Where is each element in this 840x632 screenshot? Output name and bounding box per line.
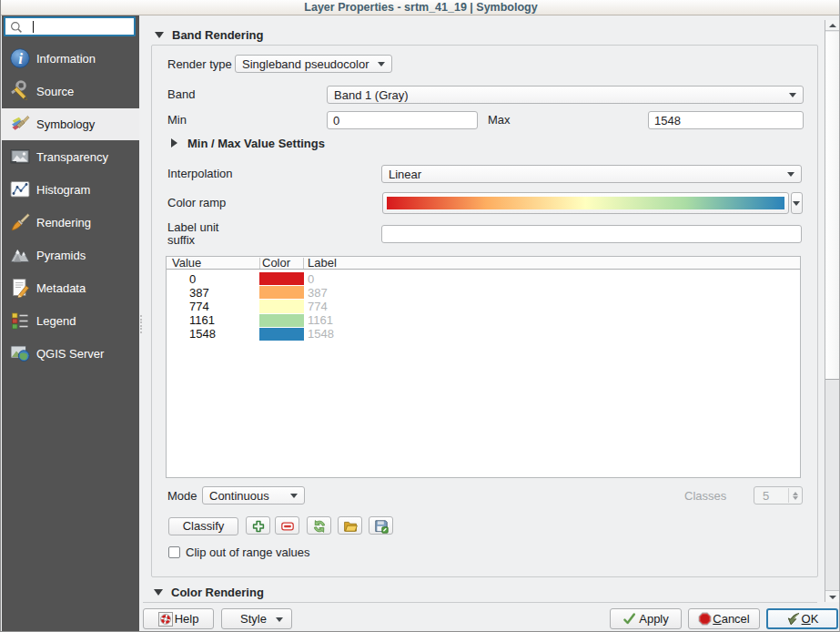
- apply-button[interactable]: Apply: [610, 608, 682, 629]
- band-value: Band 1 (Gray): [334, 87, 409, 103]
- information-icon: i: [9, 47, 31, 69]
- style-button[interactable]: Style: [221, 608, 292, 629]
- scrollbar-thumb[interactable]: [825, 32, 840, 380]
- color-map-table[interactable]: Value Color Label 0038738777477411611161…: [166, 256, 801, 478]
- minus-icon: [280, 519, 295, 534]
- sidebar-item-legend[interactable]: Legend: [2, 305, 139, 337]
- stop-icon: [698, 612, 712, 626]
- color-map-row[interactable]: 11611161: [167, 313, 800, 327]
- sidebar-item-label: Information: [36, 43, 96, 75]
- help-icon: [158, 612, 173, 627]
- color-map-table-header[interactable]: Value Color Label: [167, 257, 800, 270]
- window-titlebar[interactable]: Layer Properties - srtm_41_19 | Symbolog…: [1, 0, 840, 15]
- color-ramp-dropdown-button[interactable]: [791, 192, 803, 214]
- sidebar-item-label: Histogram: [36, 174, 90, 206]
- save-icon: [374, 519, 389, 534]
- color-ramp-button[interactable]: [382, 192, 789, 214]
- remove-entry-button[interactable]: [275, 516, 299, 535]
- sidebar-search-input[interactable]: [4, 16, 136, 36]
- sidebar-item-label: Legend: [36, 305, 76, 337]
- load-from-file-button[interactable]: [338, 516, 362, 535]
- interpolation-combobox[interactable]: Linear: [381, 165, 802, 183]
- color-rendering-collapse-icon[interactable]: [154, 589, 163, 596]
- spin-up-icon[interactable]: [793, 492, 798, 495]
- help-button[interactable]: Help: [143, 608, 214, 629]
- color-map-row-swatch[interactable]: [259, 286, 304, 299]
- column-header-color[interactable]: Color: [262, 257, 290, 270]
- checkmark-icon: [622, 612, 636, 626]
- color-map-row-swatch[interactable]: [259, 300, 304, 312]
- load-colormap-button[interactable]: [307, 516, 331, 535]
- max-value: 1548: [654, 113, 681, 128]
- cancel-button[interactable]: Cancel: [688, 608, 760, 629]
- sidebar-item-source[interactable]: Source: [2, 76, 139, 107]
- column-header-value[interactable]: Value: [172, 257, 201, 270]
- mode-combobox[interactable]: Continuous: [202, 486, 305, 505]
- help-button-label: Help: [175, 612, 199, 626]
- color-map-row-label: 0: [308, 272, 314, 286]
- splitter-handle[interactable]: [139, 315, 142, 339]
- spin-down-icon[interactable]: [793, 496, 798, 500]
- ok-button[interactable]: OK: [766, 608, 838, 629]
- mode-label: Mode: [167, 489, 197, 504]
- color-map-row[interactable]: 774774: [167, 300, 800, 313]
- sidebar-item-label: Rendering: [36, 207, 91, 239]
- band-combobox[interactable]: Band 1 (Gray): [327, 86, 804, 104]
- ok-check-arrow-icon: [786, 612, 801, 627]
- clip-out-of-range-checkbox[interactable]: [168, 546, 180, 558]
- vertical-scrollbar[interactable]: [825, 20, 840, 602]
- arrow-down-icon: [829, 596, 836, 599]
- color-map-row-swatch[interactable]: [259, 272, 304, 285]
- sidebar-item-transparency[interactable]: Transparency: [2, 141, 139, 173]
- max-input[interactable]: 1548: [648, 111, 804, 129]
- color-map-row-label: 1161: [308, 313, 333, 327]
- pyramids-icon: [9, 244, 31, 266]
- refresh-arrows-icon: [312, 519, 327, 534]
- classify-button-label: Classify: [183, 518, 225, 535]
- chevron-down-icon: [276, 617, 283, 622]
- sidebar-item-information[interactable]: iInformation: [2, 43, 139, 75]
- rendering-icon: [9, 211, 31, 233]
- minmax-settings-collapse-icon[interactable]: [171, 138, 177, 148]
- sidebar-item-histogram[interactable]: Histogram: [2, 174, 139, 206]
- classes-value: 5: [763, 488, 769, 504]
- legend-icon: [9, 310, 31, 331]
- color-rendering-section-title[interactable]: Color Rendering: [171, 586, 264, 600]
- band-label: Band: [167, 87, 195, 102]
- scroll-down-button[interactable]: [825, 590, 840, 602]
- apply-button-label: Apply: [639, 612, 669, 626]
- add-entry-button[interactable]: [246, 516, 270, 535]
- plus-icon: [251, 519, 266, 534]
- sidebar-item-rendering[interactable]: Rendering: [2, 207, 139, 239]
- clip-out-of-range-label[interactable]: Clip out of range values: [186, 545, 310, 560]
- label-unit-suffix-label: Label unit suffix: [167, 221, 240, 247]
- save-colormap-button[interactable]: [369, 516, 393, 535]
- color-ramp-preview: [387, 197, 784, 209]
- classify-button[interactable]: Classify: [168, 517, 238, 535]
- render-type-label: Render type: [167, 57, 232, 72]
- color-map-row[interactable]: 00: [167, 272, 800, 286]
- color-map-row[interactable]: 15481548: [167, 327, 800, 341]
- band-rendering-collapse-icon[interactable]: [155, 32, 164, 38]
- sidebar-item-pyramids[interactable]: Pyramids: [2, 240, 139, 271]
- render-type-combobox[interactable]: Singleband pseudocolor: [235, 55, 392, 73]
- column-header-label[interactable]: Label: [308, 257, 337, 270]
- color-map-row-label: 387: [308, 286, 328, 300]
- color-map-row[interactable]: 387387: [167, 286, 800, 300]
- classes-spinbox[interactable]: 5: [754, 486, 803, 505]
- sidebar-item-qgis-server[interactable]: QGIS Server: [2, 338, 139, 370]
- folder-icon: [343, 519, 358, 534]
- color-map-row-swatch[interactable]: [259, 328, 304, 341]
- scroll-up-button[interactable]: [825, 20, 840, 31]
- color-map-row-label: 1548: [308, 327, 334, 341]
- band-rendering-section-title[interactable]: Band Rendering: [172, 28, 263, 43]
- sidebar-item-metadata[interactable]: Metadata: [2, 272, 139, 304]
- color-ramp-label: Color ramp: [167, 196, 226, 210]
- color-map-row-swatch[interactable]: [259, 314, 304, 327]
- label-unit-suffix-input[interactable]: [381, 225, 802, 243]
- mode-value: Continuous: [209, 488, 269, 504]
- sidebar-item-symbology[interactable]: Symbology: [2, 108, 139, 140]
- min-input[interactable]: 0: [327, 111, 478, 129]
- minmax-settings-section-title[interactable]: Min / Max Value Settings: [187, 137, 325, 151]
- sidebar-item-label: Symbology: [36, 108, 95, 140]
